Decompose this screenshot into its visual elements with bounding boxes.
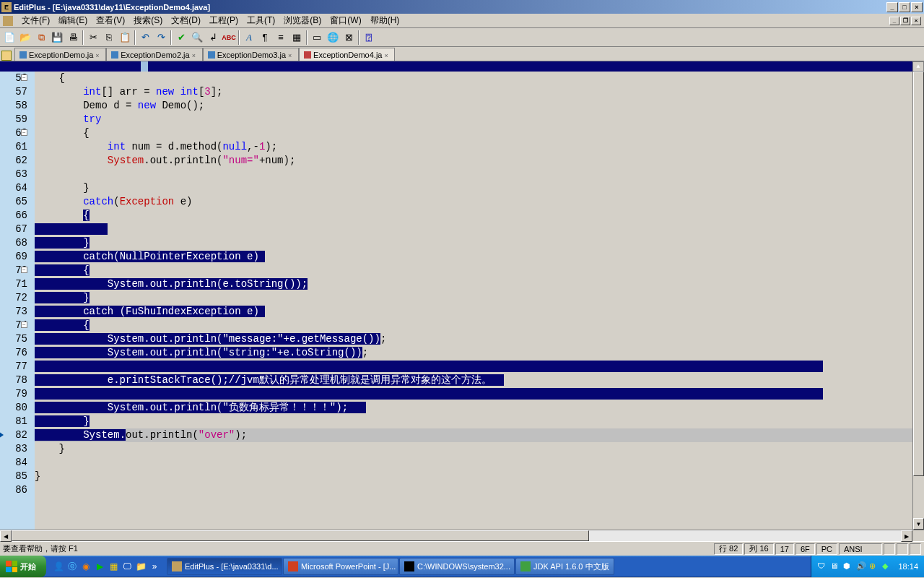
tray-net-icon[interactable]: ◆	[882, 561, 892, 571]
status-encoding: ANSI	[839, 543, 882, 555]
tab-label: ExceptionDemo2.ja	[121, 51, 189, 59]
status-col: 列 16	[744, 543, 773, 555]
start-button[interactable]: 开始	[0, 556, 46, 577]
menu-item[interactable]: 浏览器(B)	[279, 15, 326, 25]
status-bar: 要查看帮助，请按 F1 行 82 列 16 17 6F PC ANSI	[0, 541, 924, 556]
minimize-button[interactable]: _	[886, 2, 898, 12]
taskbar-task[interactable]: JDK API 1.6.0 中文版	[515, 558, 614, 575]
status-box2	[897, 543, 908, 555]
window-title: EditPlus - [E:\java0331\day11\ExceptionD…	[14, 3, 886, 12]
ql-notes-icon[interactable]: ▦	[107, 558, 120, 574]
tab-label: ExceptionDemo4.ja	[313, 51, 382, 59]
print-icon[interactable]: 🖶	[65, 30, 81, 46]
file-tab[interactable]: ExceptionDemo2.ja×	[106, 48, 202, 61]
ql-media-icon[interactable]: ▶	[93, 558, 106, 574]
scroll-up-icon[interactable]: ▲	[912, 61, 924, 72]
quick-launch: 👤 ⓔ ◉ ▶ ▦ 🖵 📁 »	[49, 558, 164, 574]
folder-icon[interactable]	[1, 51, 12, 61]
tray-shield-icon[interactable]: ⬢	[843, 561, 853, 571]
taskbar-task[interactable]: EditPlus - [E:\java0331\d...	[167, 558, 282, 575]
wordwrap-icon[interactable]: ≡	[273, 30, 289, 46]
scroll-right-icon[interactable]: ▶	[901, 530, 912, 542]
ql-firefox-icon[interactable]: ◉	[79, 558, 92, 574]
taskbar-task[interactable]: Microsoft PowerPoint - [J...	[283, 558, 398, 575]
marker-icon[interactable]: ¶	[257, 30, 273, 46]
mdi-icon[interactable]	[3, 16, 13, 26]
menu-item[interactable]: 窗口(W)	[326, 15, 365, 25]
tray-av-icon[interactable]: ⊕	[869, 561, 879, 571]
maximize-button[interactable]: □	[899, 2, 910, 12]
horizontal-scrollbar[interactable]: ◀ ▶	[0, 530, 924, 541]
taskbar: 开始 👤 ⓔ ◉ ▶ ▦ 🖵 📁 » EditPlus - [E:\java03…	[0, 556, 924, 577]
open-icon[interactable]: 📂	[17, 30, 33, 46]
ql-desktop-icon[interactable]: 🖵	[121, 558, 134, 574]
mdi-minimize-button[interactable]: _	[889, 17, 899, 25]
ql-ie-icon[interactable]: ⓔ	[66, 558, 79, 574]
undo-icon[interactable]: ↶	[137, 30, 153, 46]
new-icon[interactable]: 📄	[1, 30, 17, 46]
toolbar: 📄 📂 ⧉ 💾 🖶 ✂ ⎘ 📋 ↶ ↷ ✔ 🔍 ↲ ABC A ¶ ≡ ▦ ▭ …	[0, 28, 924, 47]
task-label: EditPlus - [E:\java0331\d...	[185, 562, 279, 571]
close-button[interactable]: ×	[911, 2, 923, 12]
menu-item[interactable]: 帮助(H)	[366, 15, 404, 25]
java-icon	[208, 51, 215, 59]
menu-item[interactable]: 工具(T)	[243, 15, 279, 25]
hscroll-thumb[interactable]	[12, 530, 589, 541]
scroll-down-icon[interactable]: ▼	[913, 518, 924, 530]
file-tab[interactable]: ExceptionDemo3.ja×	[203, 48, 299, 61]
ql-more-icon[interactable]: »	[148, 558, 161, 574]
task-icon	[172, 561, 182, 571]
status-row: 行 82	[714, 543, 743, 555]
menu-item[interactable]: 文件(F)	[17, 15, 54, 25]
menu-item[interactable]: 搜索(S)	[129, 15, 167, 25]
taskbar-task[interactable]: C:\WINDOWS\system32...	[399, 558, 515, 575]
window-icon[interactable]: ▭	[309, 30, 325, 46]
spell-icon[interactable]: ABC	[221, 30, 237, 46]
tray-volume-icon[interactable]: 🔊	[856, 561, 866, 571]
check-icon[interactable]: ✔	[173, 30, 189, 46]
redo-icon[interactable]: ↷	[153, 30, 169, 46]
code-area[interactable]: { int[] arr = new int[3]; Demo d = new D…	[35, 72, 912, 530]
wrap-icon[interactable]: ↲	[205, 30, 221, 46]
font-italic-icon[interactable]: A	[241, 30, 257, 46]
scroll-thumb[interactable]	[913, 72, 924, 476]
mdi-close-button[interactable]: ×	[911, 17, 921, 25]
search-icon[interactable]: 🔍	[189, 30, 205, 46]
file-tab[interactable]: ExceptionDemo.ja×	[14, 48, 106, 61]
menu-item[interactable]: 编辑(E)	[54, 15, 92, 25]
tray-safe-icon[interactable]: 🛡	[817, 561, 827, 571]
tab-close-icon[interactable]: ×	[288, 52, 294, 58]
menu-item[interactable]: 文档(D)	[167, 15, 205, 25]
system-tray: 🛡 🖥 ⬢ 🔊 ⊕ ◆ 18:14	[811, 556, 924, 577]
copy-icon[interactable]: ⎘	[101, 30, 117, 46]
direct-open-icon[interactable]: ⧉	[33, 30, 49, 46]
columns-icon[interactable]: ▦	[289, 30, 305, 46]
mdi-restore-button[interactable]: ❐	[900, 17, 910, 25]
paste-icon[interactable]: 📋	[117, 30, 133, 46]
status-c4: 6F	[796, 543, 815, 555]
cut-icon[interactable]: ✂	[85, 30, 101, 46]
tray-display-icon[interactable]: 🖥	[830, 561, 840, 571]
ql-folder-icon[interactable]: 📁	[134, 558, 147, 574]
save-icon[interactable]: 💾	[49, 30, 65, 46]
status-box1	[884, 543, 895, 555]
task-icon	[288, 561, 298, 571]
task-label: C:\WINDOWS\system32...	[417, 562, 510, 571]
tab-close-icon[interactable]: ×	[95, 52, 101, 58]
java-icon	[111, 51, 118, 59]
tray-clock[interactable]: 18:14	[898, 562, 918, 571]
scroll-left-icon[interactable]: ◀	[0, 530, 12, 542]
ql-msn-icon[interactable]: 👤	[52, 558, 65, 574]
menu-item[interactable]: 查看(V)	[92, 15, 129, 25]
file-tab[interactable]: ExceptionDemo4.ja×	[299, 48, 395, 61]
close-doc-icon[interactable]: ⊠	[341, 30, 357, 46]
editor[interactable]: 5657585960616263646566676869707172737475…	[0, 72, 924, 530]
tab-close-icon[interactable]: ×	[192, 52, 198, 58]
tab-label: ExceptionDemo3.ja	[217, 51, 286, 59]
tab-close-icon[interactable]: ×	[384, 52, 390, 58]
vertical-scrollbar[interactable]: ▼	[912, 72, 924, 530]
menu-item[interactable]: 工程(P)	[205, 15, 243, 25]
help-icon[interactable]: ⍰	[361, 30, 377, 46]
browser-icon[interactable]: 🌐	[325, 30, 341, 46]
ruler: ----+----1----+----2----+----3----+----4…	[0, 61, 924, 72]
